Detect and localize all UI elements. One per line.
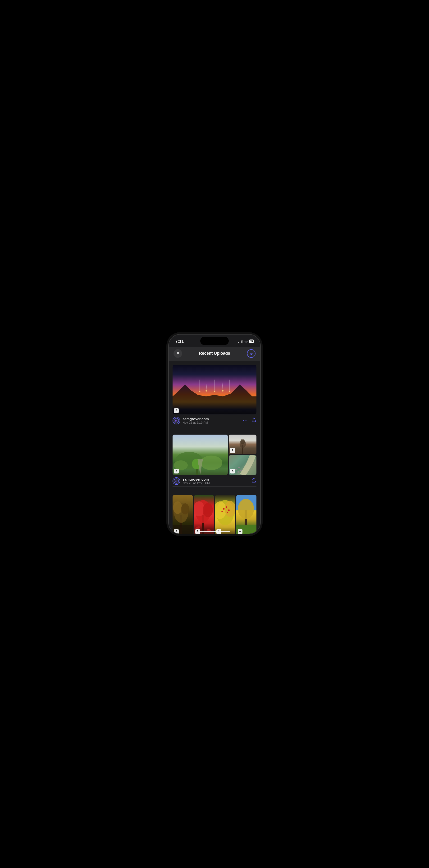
more-button-2[interactable]: ··· [243, 478, 248, 484]
meta-left-1: m samgrover.com Nov 26 at 2:19 PM [172, 417, 209, 425]
image-autumn-yellow[interactable]: A [215, 495, 235, 534]
autumn-dark-image [172, 495, 193, 534]
svg-point-4 [199, 391, 200, 392]
alt-badge-3d: A [238, 529, 242, 534]
svg-point-24 [235, 469, 237, 470]
page-title: Recent Uploads [199, 351, 230, 356]
image-container-2: A A [172, 435, 257, 475]
image-autumn-red[interactable]: A [194, 495, 214, 534]
share-button-1[interactable] [251, 417, 257, 424]
upload-section-3: A [169, 492, 260, 534]
alt-badge-2b: A [230, 448, 235, 453]
image-tree-fog[interactable]: A [229, 435, 257, 454]
svg-text:m: m [175, 419, 177, 423]
filter-icon [249, 351, 253, 356]
meta-left-2: m samgrover.com Nov 20 at 12:26 PM [172, 477, 210, 485]
svg-point-46 [221, 511, 223, 512]
svg-point-6 [205, 390, 207, 392]
home-indicator [199, 531, 230, 532]
svg-point-45 [228, 509, 230, 511]
signal-icon [238, 340, 243, 343]
alt-badge-1: A [174, 408, 179, 413]
filter-button[interactable] [247, 349, 256, 358]
alt-badge-2a: A [174, 469, 179, 473]
site-name-2: samgrover.com [183, 477, 210, 481]
phone-screen: 7:11 70 [169, 335, 260, 534]
phone-frame: 7:11 70 [168, 334, 261, 534]
meta-actions-2: ··· [243, 478, 257, 484]
svg-point-12 [229, 391, 230, 392]
alt-badge-2c: A [230, 469, 235, 473]
svg-line-9 [222, 380, 223, 390]
svg-point-43 [223, 508, 225, 509]
status-icons: 70 [238, 340, 254, 343]
image-small-group-2: A [229, 435, 257, 475]
image-container-1[interactable]: A [172, 365, 257, 414]
dynamic-island [200, 337, 229, 345]
svg-point-37 [203, 503, 213, 517]
site-name-1: samgrover.com [183, 417, 209, 421]
meta-row-1: m samgrover.com Nov 26 at 2:19 PM ··· [172, 414, 257, 426]
svg-point-23 [238, 467, 240, 468]
meta-info-1: samgrover.com Nov 26 at 2:19 PM [183, 417, 209, 425]
status-time: 7:11 [175, 339, 184, 344]
avatar-2[interactable]: m [172, 477, 180, 485]
upload-section-1: A m samgrover.com [169, 361, 260, 431]
upload-date-1: Nov 26 at 2:19 PM [183, 421, 209, 425]
close-icon: ✕ [176, 351, 179, 355]
park-image [172, 435, 228, 475]
nav-bar: ✕ Recent Uploads [169, 347, 260, 361]
svg-point-22 [240, 439, 245, 444]
autumn-red-image [194, 495, 214, 534]
image-large-2[interactable]: A [172, 435, 228, 475]
battery-icon: 70 [249, 340, 254, 343]
svg-point-50 [238, 499, 254, 519]
alt-badge-3a: A [174, 529, 179, 534]
meta-info-2: samgrover.com Nov 20 at 12:26 PM [183, 477, 210, 485]
image-autumn-blue[interactable]: A [236, 495, 257, 534]
autumn-yellow-image [215, 495, 235, 534]
svg-point-44 [226, 506, 227, 507]
svg-point-26 [237, 471, 240, 472]
svg-point-8 [214, 391, 215, 392]
meta-actions-1: ··· [243, 417, 257, 424]
upload-date-2: Nov 20 at 12:26 PM [183, 481, 210, 485]
wifi-icon [244, 340, 248, 343]
share-button-2[interactable] [251, 478, 257, 484]
image-duck-pond[interactable]: A [229, 455, 257, 475]
svg-point-32 [181, 503, 189, 515]
sunset-image [172, 365, 257, 414]
more-button-1[interactable]: ··· [243, 418, 248, 423]
image-autumn-dark[interactable]: A [172, 495, 193, 534]
close-button[interactable]: ✕ [173, 349, 182, 358]
autumn-blue-image [236, 495, 257, 534]
avatar-1[interactable]: m [172, 417, 180, 425]
svg-line-5 [206, 380, 207, 390]
svg-point-17 [174, 460, 188, 470]
svg-point-31 [173, 501, 182, 514]
scroll-content[interactable]: A m samgrover.com [169, 361, 260, 534]
divider-2 [172, 486, 257, 487]
upload-section-2: A A [169, 431, 260, 492]
meta-row-2: m samgrover.com Nov 20 at 12:26 PM ··· [172, 475, 257, 486]
svg-text:m: m [175, 479, 177, 483]
battery-level: 70 [249, 340, 254, 343]
svg-point-10 [222, 390, 223, 392]
svg-point-47 [227, 512, 228, 513]
image-container-3: A [172, 495, 257, 534]
svg-point-42 [225, 501, 235, 517]
svg-point-25 [240, 470, 242, 471]
